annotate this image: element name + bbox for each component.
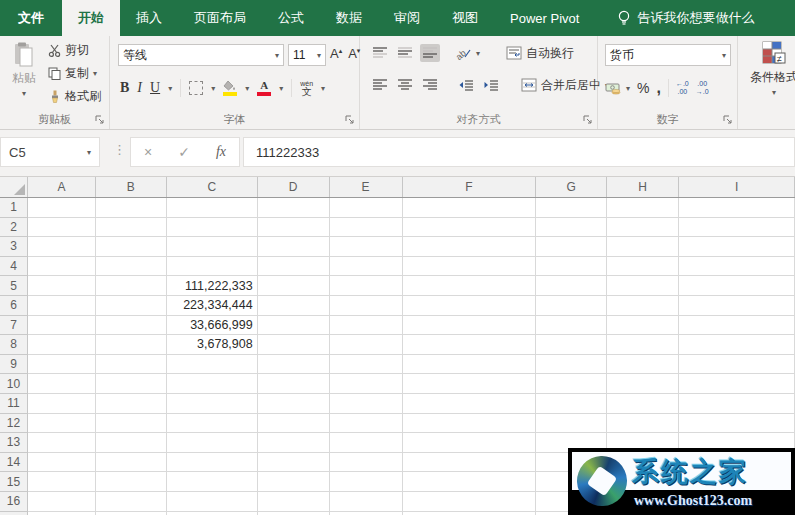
cell-H12[interactable] bbox=[607, 414, 679, 434]
cell-H1[interactable] bbox=[607, 198, 679, 218]
clipboard-dialog-launcher-icon[interactable] bbox=[94, 114, 106, 126]
column-header-C[interactable]: C bbox=[167, 177, 258, 197]
decrease-indent-button[interactable] bbox=[456, 76, 476, 94]
enter-button[interactable]: ✓ bbox=[178, 144, 190, 160]
cell-F12[interactable] bbox=[403, 414, 537, 434]
cell-A9[interactable] bbox=[28, 355, 96, 375]
cell-C4[interactable] bbox=[167, 257, 258, 277]
cell-D3[interactable] bbox=[258, 237, 330, 257]
cell-C14[interactable] bbox=[167, 453, 258, 473]
cell-C7[interactable]: 33,666,999 bbox=[167, 316, 258, 336]
cell-I5[interactable] bbox=[679, 276, 795, 296]
row-header-7[interactable]: 7 bbox=[0, 316, 28, 336]
cell-I9[interactable] bbox=[679, 355, 795, 375]
accounting-format-button[interactable]: ▾ bbox=[605, 82, 630, 95]
cell-G9[interactable] bbox=[536, 355, 607, 375]
cell-C12[interactable] bbox=[167, 414, 258, 434]
cell-C9[interactable] bbox=[167, 355, 258, 375]
row-header-17[interactable]: 17 bbox=[0, 512, 28, 515]
column-header-G[interactable]: G bbox=[536, 177, 607, 197]
cell-D14[interactable] bbox=[258, 453, 330, 473]
cancel-button[interactable]: × bbox=[144, 144, 152, 160]
underline-button[interactable]: U bbox=[150, 80, 160, 96]
cell-I1[interactable] bbox=[679, 198, 795, 218]
cell-D5[interactable] bbox=[258, 276, 330, 296]
cell-A10[interactable] bbox=[28, 374, 96, 394]
cell-D8[interactable] bbox=[258, 335, 330, 355]
font-name-combo[interactable]: 等线 ▾ bbox=[118, 44, 284, 66]
paste-button[interactable]: 粘贴 ▾ bbox=[5, 42, 43, 120]
cell-B3[interactable] bbox=[96, 237, 167, 257]
cell-G2[interactable] bbox=[536, 218, 607, 238]
row-header-15[interactable]: 15 bbox=[0, 472, 28, 492]
cell-D4[interactable] bbox=[258, 257, 330, 277]
percent-style-button[interactable]: % bbox=[637, 80, 649, 96]
cell-I3[interactable] bbox=[679, 237, 795, 257]
cut-button[interactable]: 剪切 bbox=[48, 42, 101, 59]
orientation-dropdown-icon[interactable]: ▾ bbox=[476, 49, 480, 58]
cell-E13[interactable] bbox=[330, 433, 403, 453]
cell-C10[interactable] bbox=[167, 374, 258, 394]
decrease-font-size-button[interactable]: A▾ bbox=[348, 46, 360, 61]
row-header-5[interactable]: 5 bbox=[0, 276, 28, 296]
cell-A17[interactable] bbox=[28, 512, 96, 515]
row-header-6[interactable]: 6 bbox=[0, 296, 28, 316]
cell-B4[interactable] bbox=[96, 257, 167, 277]
cell-H11[interactable] bbox=[607, 394, 679, 414]
fill-color-dropdown-icon[interactable]: ▾ bbox=[245, 84, 249, 93]
row-header-4[interactable]: 4 bbox=[0, 257, 28, 277]
italic-button[interactable]: I bbox=[137, 80, 142, 96]
fill-color-button[interactable] bbox=[223, 81, 237, 96]
cell-H2[interactable] bbox=[607, 218, 679, 238]
cell-C3[interactable] bbox=[167, 237, 258, 257]
increase-font-size-button[interactable]: A▴ bbox=[330, 46, 342, 61]
accounting-dropdown-icon[interactable]: ▾ bbox=[626, 84, 630, 93]
cell-C6[interactable]: 223,334,444 bbox=[167, 296, 258, 316]
cell-B13[interactable] bbox=[96, 433, 167, 453]
conditional-formatting-button[interactable]: ≠ 条件格式 ▾ bbox=[744, 41, 795, 97]
cell-E6[interactable] bbox=[330, 296, 403, 316]
cell-D2[interactable] bbox=[258, 218, 330, 238]
cell-F3[interactable] bbox=[403, 237, 537, 257]
cell-B7[interactable] bbox=[96, 316, 167, 336]
cell-C16[interactable] bbox=[167, 492, 258, 512]
copy-dropdown-icon[interactable]: ▾ bbox=[93, 69, 97, 78]
cell-D15[interactable] bbox=[258, 472, 330, 492]
align-right-button[interactable] bbox=[420, 76, 440, 94]
cell-E5[interactable] bbox=[330, 276, 403, 296]
tell-me-box[interactable]: 告诉我你想要做什么 bbox=[605, 0, 766, 36]
ribbon-tab[interactable]: 审阅 bbox=[378, 0, 436, 36]
cell-C15[interactable] bbox=[167, 472, 258, 492]
cell-H3[interactable] bbox=[607, 237, 679, 257]
cell-F1[interactable] bbox=[403, 198, 537, 218]
cell-A16[interactable] bbox=[28, 492, 96, 512]
alignment-dialog-launcher-icon[interactable] bbox=[582, 114, 594, 126]
borders-dropdown-icon[interactable]: ▾ bbox=[211, 84, 215, 93]
cell-B8[interactable] bbox=[96, 335, 167, 355]
increase-decimal-button[interactable]: ←.0 .00 bbox=[676, 80, 689, 97]
cell-A2[interactable] bbox=[28, 218, 96, 238]
font-size-combo[interactable]: 11 ▾ bbox=[288, 44, 326, 66]
cell-G6[interactable] bbox=[536, 296, 607, 316]
cell-B2[interactable] bbox=[96, 218, 167, 238]
cell-E10[interactable] bbox=[330, 374, 403, 394]
cell-D6[interactable] bbox=[258, 296, 330, 316]
cell-D16[interactable] bbox=[258, 492, 330, 512]
ribbon-tab[interactable]: 页面布局 bbox=[178, 0, 262, 36]
borders-button[interactable] bbox=[189, 81, 203, 95]
cell-F13[interactable] bbox=[403, 433, 537, 453]
cell-F15[interactable] bbox=[403, 472, 537, 492]
row-header-10[interactable]: 10 bbox=[0, 374, 28, 394]
phonetic-guide-button[interactable]: wén 文 bbox=[300, 80, 313, 97]
cell-F6[interactable] bbox=[403, 296, 537, 316]
cell-A12[interactable] bbox=[28, 414, 96, 434]
cell-C17[interactable] bbox=[167, 512, 258, 515]
underline-dropdown-icon[interactable]: ▾ bbox=[168, 84, 172, 93]
cell-F9[interactable] bbox=[403, 355, 537, 375]
cell-F2[interactable] bbox=[403, 218, 537, 238]
cell-B16[interactable] bbox=[96, 492, 167, 512]
cell-H10[interactable] bbox=[607, 374, 679, 394]
cell-B1[interactable] bbox=[96, 198, 167, 218]
row-header-9[interactable]: 9 bbox=[0, 355, 28, 375]
row-header-1[interactable]: 1 bbox=[0, 198, 28, 218]
